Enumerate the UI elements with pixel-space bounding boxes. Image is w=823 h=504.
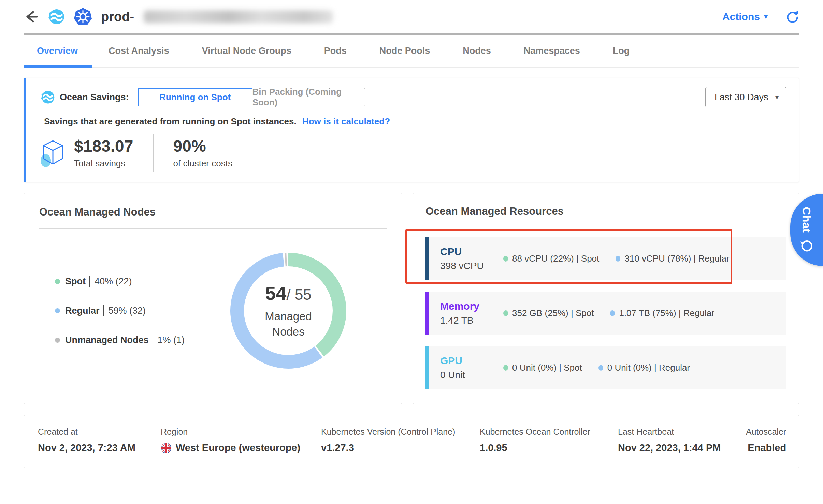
tab-cost-analysis[interactable]: Cost Analysis bbox=[92, 35, 186, 67]
back-arrow-icon[interactable] bbox=[24, 9, 39, 24]
regular-dot-icon bbox=[616, 256, 620, 262]
regular-dot-icon bbox=[610, 310, 615, 316]
chat-label: Chat bbox=[800, 207, 813, 233]
header: prod- Actions ▾ bbox=[24, 0, 799, 35]
regular-dot-icon bbox=[55, 308, 60, 313]
resource-row-cpu: CPU 398 vCPU 88 vCPU (22%) | Spot 310 vC… bbox=[425, 237, 786, 280]
tab-overview[interactable]: Overview bbox=[24, 35, 92, 67]
ocean-managed-resources-card: Ocean Managed Resources CPU 398 vCPU 88 … bbox=[413, 193, 799, 404]
how-calculated-link[interactable]: How is it calculated? bbox=[302, 116, 390, 127]
info-last-heartbeat: Last Heartbeat Nov 22, 2023, 1:44 PM bbox=[618, 427, 746, 454]
actions-label: Actions bbox=[722, 11, 760, 23]
legend-item-spot: Spot 40% (22) bbox=[55, 276, 185, 287]
info-kubernetes-version: Kubernetes Version (Control Plane) v1.27… bbox=[321, 427, 480, 454]
savings-cube-icon bbox=[40, 139, 66, 167]
ocean-logo-icon bbox=[47, 8, 65, 26]
period-dropdown[interactable]: Last 30 Days ▾ bbox=[705, 87, 786, 107]
tab-bar: Overview Cost Analysis Virtual Node Grou… bbox=[24, 35, 799, 68]
ocean-savings-panel: Ocean Savings: Running on Spot Bin Packi… bbox=[24, 78, 799, 182]
resource-row-memory: Memory 1.42 TB 352 GB (25%) | Spot 1.07 … bbox=[425, 292, 786, 335]
chevron-down-icon: ▾ bbox=[764, 12, 768, 21]
managed-nodes-caption: Managed Nodes bbox=[265, 309, 312, 339]
savings-toggle-group: Running on Spot Bin Packing (Coming Soon… bbox=[138, 88, 365, 106]
period-dropdown-value: Last 30 Days bbox=[714, 92, 768, 103]
bin-packing-toggle[interactable]: Bin Packing (Coming Soon) bbox=[252, 88, 365, 106]
nodes-legend: Spot 40% (22) Regular 59% (32) Unmanaged… bbox=[55, 276, 185, 345]
legend-item-regular: Regular 59% (32) bbox=[55, 305, 185, 316]
refresh-icon[interactable] bbox=[785, 10, 799, 24]
tab-pods[interactable]: Pods bbox=[308, 35, 363, 67]
cluster-info-bar: Created at Nov 2, 2023, 7:23 AM Region W… bbox=[24, 415, 799, 468]
info-region: Region West Europe (westeurope) bbox=[161, 427, 321, 454]
running-on-spot-toggle[interactable]: Running on Spot bbox=[138, 88, 252, 106]
spot-dot-icon bbox=[503, 310, 508, 316]
info-created-at: Created at Nov 2, 2023, 7:23 AM bbox=[38, 427, 161, 454]
managed-nodes-title: Ocean Managed Nodes bbox=[39, 206, 387, 218]
cluster-cost-percent-caption: of cluster costs bbox=[173, 158, 232, 169]
managed-resources-title: Ocean Managed Resources bbox=[425, 205, 786, 218]
resource-row-gpu: GPU 0 Unit 0 Unit (0%) | Spot 0 Unit (0%… bbox=[425, 346, 786, 389]
regular-dot-icon bbox=[598, 365, 603, 371]
total-savings-caption: Total savings bbox=[74, 158, 133, 169]
spot-dot-icon bbox=[55, 279, 60, 284]
memory-regular-stat: 1.07 TB (75%) | Regular bbox=[610, 308, 714, 318]
divider bbox=[103, 305, 104, 316]
tab-namespaces[interactable]: Namespaces bbox=[507, 35, 596, 67]
tab-virtual-node-groups[interactable]: Virtual Node Groups bbox=[186, 35, 308, 67]
managed-nodes-total: / 55 bbox=[286, 286, 311, 303]
managed-nodes-count: 54 bbox=[265, 282, 286, 304]
ocean-savings-icon bbox=[40, 90, 55, 105]
savings-description: Savings that are generated from running … bbox=[44, 116, 297, 127]
divider bbox=[153, 134, 154, 172]
tab-node-pools[interactable]: Node Pools bbox=[363, 35, 447, 67]
tab-nodes[interactable]: Nodes bbox=[446, 35, 507, 67]
tab-log[interactable]: Log bbox=[596, 35, 646, 67]
memory-spot-stat: 352 GB (25%) | Spot bbox=[503, 308, 594, 318]
divider bbox=[153, 335, 153, 345]
info-autoscaler: Autoscaler Enabled bbox=[746, 427, 786, 454]
managed-nodes-donut-chart: 54/ 55 Managed Nodes bbox=[228, 250, 349, 371]
divider bbox=[425, 228, 786, 228]
chevron-down-icon: ▾ bbox=[775, 93, 779, 101]
cluster-cost-percent-value: 90% bbox=[173, 137, 232, 155]
divider bbox=[89, 276, 90, 287]
total-savings-value: $183.07 bbox=[74, 137, 133, 155]
info-ocean-controller: Kubernetes Ocean Controller 1.0.95 bbox=[480, 427, 618, 454]
legend-item-unmanaged: Unmanaged Nodes 1% (1) bbox=[55, 335, 185, 345]
page-title: prod- bbox=[101, 10, 134, 24]
gpu-regular-stat: 0 Unit (0%) | Regular bbox=[598, 362, 690, 373]
uk-flag-icon bbox=[161, 443, 172, 454]
unmanaged-dot-icon bbox=[55, 338, 60, 343]
cpu-regular-stat: 310 vCPU (78%) | Regular bbox=[616, 253, 729, 264]
ocean-managed-nodes-card: Ocean Managed Nodes Spot 40% (22) Regula… bbox=[24, 193, 402, 404]
ocean-savings-label: Ocean Savings: bbox=[60, 92, 129, 103]
actions-button[interactable]: Actions ▾ bbox=[722, 11, 768, 23]
kubernetes-logo-icon bbox=[73, 7, 93, 26]
spot-dot-icon bbox=[503, 365, 508, 371]
redacted-cluster-name bbox=[144, 10, 333, 23]
spot-dot-icon bbox=[503, 256, 508, 262]
cpu-spot-stat: 88 vCPU (22%) | Spot bbox=[503, 253, 599, 264]
gpu-spot-stat: 0 Unit (0%) | Spot bbox=[503, 362, 582, 373]
chat-bubble-icon bbox=[799, 239, 814, 253]
